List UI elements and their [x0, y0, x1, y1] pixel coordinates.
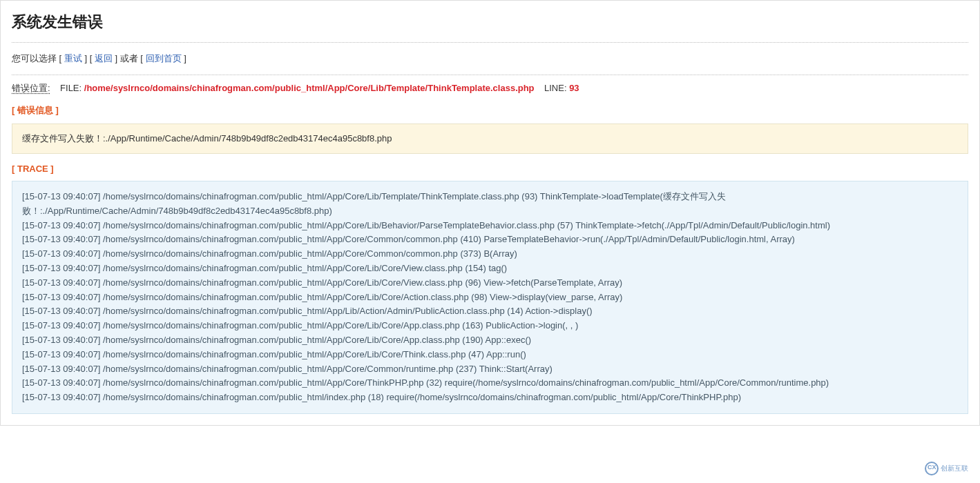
nav-sep1: ] [ [82, 53, 95, 63]
trace-line: [15-07-13 09:40:07] /home/syslrnco/domai… [22, 319, 958, 333]
trace-line: [15-07-13 09:40:07] /home/syslrnco/domai… [22, 262, 958, 276]
error-message: 缓存文件写入失败！:./App/Runtime/Cache/Admin/748b… [22, 133, 392, 144]
error-location: 错误位置: FILE: /home/syslrnco/domains/china… [12, 82, 968, 95]
trace-line: [15-07-13 09:40:07] /home/syslrnco/domai… [22, 233, 958, 247]
trace-line: [15-07-13 09:40:07] /home/syslrnco/domai… [22, 304, 958, 319]
trace-line: [15-07-13 09:40:07] /home/syslrnco/domai… [22, 333, 958, 348]
trace-line: [15-07-13 09:40:07] /home/syslrnco/domai… [22, 348, 958, 362]
file-label: FILE: [60, 83, 84, 93]
nav-sep2: ] 或者 [ [113, 53, 146, 63]
nav-actions: 您可以选择 [ 重试 ] [ 返回 ] 或者 [ 回到首页 ] [12, 52, 968, 75]
trace-line: [15-07-13 09:40:07] /home/syslrnco/domai… [22, 391, 958, 405]
retry-link[interactable]: 重试 [64, 53, 82, 63]
location-label: 错误位置: [12, 83, 50, 93]
error-page-container: 系统发生错误 您可以选择 [ 重试 ] [ 返回 ] 或者 [ 回到首页 ] 错… [0, 0, 980, 426]
nav-suffix: ] [182, 53, 186, 63]
trace-line: [15-07-13 09:40:07] /home/syslrnco/domai… [22, 276, 958, 290]
line-number: 93 [569, 83, 579, 93]
trace-line: [15-07-13 09:40:07] /home/syslrnco/domai… [22, 376, 958, 391]
home-link[interactable]: 回到首页 [146, 53, 182, 63]
trace-box: [15-07-13 09:40:07] /home/syslrnco/domai… [12, 181, 968, 414]
error-message-box: 缓存文件写入失败！:./App/Runtime/Cache/Admin/748b… [12, 124, 968, 154]
line-label: LINE: [544, 83, 569, 93]
trace-line: [15-07-13 09:40:07] /home/syslrnco/domai… [22, 219, 958, 233]
error-info-label: [ 错误信息 ] [12, 104, 968, 117]
trace-line: [15-07-13 09:40:07] /home/syslrnco/domai… [22, 190, 958, 219]
page-title: 系统发生错误 [12, 12, 968, 43]
trace-line: [15-07-13 09:40:07] /home/syslrnco/domai… [22, 362, 958, 377]
nav-prefix: 您可以选择 [ [12, 53, 64, 63]
trace-line: [15-07-13 09:40:07] /home/syslrnco/domai… [22, 247, 958, 262]
back-link[interactable]: 返回 [95, 53, 113, 63]
trace-line: [15-07-13 09:40:07] /home/syslrnco/domai… [22, 290, 958, 305]
trace-label: [ TRACE ] [12, 164, 968, 174]
file-path: /home/syslrnco/domains/chinafrogman.com/… [84, 83, 535, 93]
